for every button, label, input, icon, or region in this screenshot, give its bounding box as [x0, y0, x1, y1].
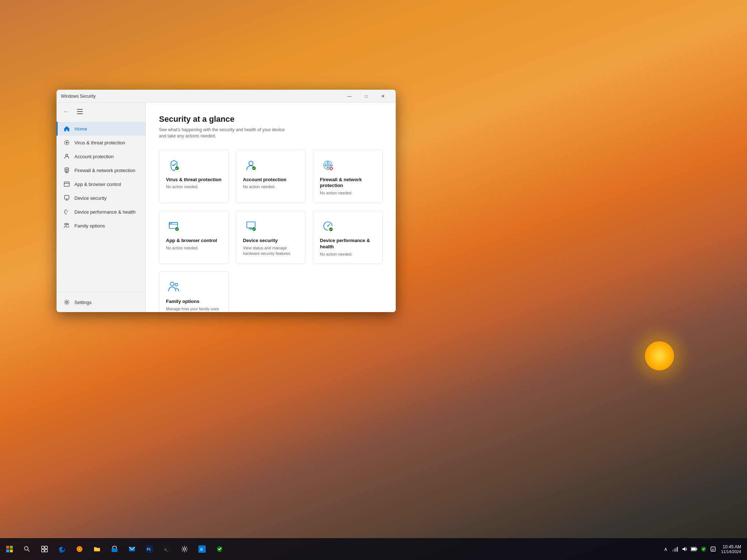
volume-tray-icon[interactable]	[681, 545, 688, 553]
network-tray-icon[interactable]	[671, 545, 679, 553]
security-taskbar-icon[interactable]	[212, 541, 228, 557]
card-browser[interactable]: App & browser control No action needed.	[159, 210, 229, 264]
card-icon-wrap-family	[166, 279, 182, 295]
svg-point-8	[67, 223, 69, 225]
svg-rect-52	[112, 548, 117, 552]
task-view-button[interactable]	[36, 541, 53, 557]
settings-label: Settings	[74, 300, 92, 305]
sidebar-item-family[interactable]: Family options	[57, 219, 146, 233]
sun-decoration	[645, 341, 674, 370]
card-icon-wrap-browser	[166, 218, 182, 234]
maximize-button[interactable]: □	[358, 90, 375, 103]
sidebar-nav: Home Virus & threat protection	[57, 120, 146, 292]
page-title: Security at a glance	[159, 114, 383, 124]
svg-point-34	[327, 225, 328, 226]
card-family[interactable]: Family options Manage how your family us…	[159, 271, 229, 312]
sidebar-item-device-security[interactable]: Device security	[57, 191, 146, 205]
card-title-firewall: Firewall & network protection	[320, 177, 376, 189]
svg-text:PS: PS	[147, 548, 151, 551]
card-title-account: Account protection	[243, 177, 299, 183]
card-icon-wrap-account	[243, 157, 259, 173]
clock[interactable]: 10:45 AM 11/14/2024	[718, 544, 744, 554]
device-security-icon	[63, 195, 70, 201]
svg-point-7	[65, 223, 67, 225]
svg-rect-39	[6, 546, 9, 549]
performance-card-icon	[321, 219, 334, 233]
account-label: Account protection	[74, 154, 114, 159]
desktop: Windows Security — □ ✕ ←	[0, 0, 747, 560]
mail-taskbar-icon[interactable]	[124, 541, 140, 557]
tray-chevron[interactable]: ∧	[662, 545, 669, 553]
sidebar-item-settings[interactable]: Settings	[57, 295, 146, 309]
card-desc-device-security: View status and manage hardware security…	[243, 245, 299, 257]
card-firewall[interactable]: Firewall & network protection No action …	[313, 149, 383, 203]
sidebar-item-home[interactable]: Home	[57, 122, 146, 136]
svg-rect-47	[42, 549, 44, 552]
svg-point-43	[24, 547, 28, 550]
card-title-virus: Virus & threat protection	[166, 177, 222, 183]
card-desc-virus: No action needed.	[166, 184, 222, 190]
windows-security-window: Windows Security — □ ✕ ←	[57, 90, 396, 312]
svg-rect-62	[674, 549, 675, 552]
card-performance[interactable]: Device performance & health No action ne…	[313, 210, 383, 264]
start-button[interactable]	[1, 541, 18, 557]
card-title-family: Family options	[166, 299, 222, 305]
card-account[interactable]: Account protection No action needed.	[236, 149, 306, 203]
svg-rect-66	[696, 548, 697, 550]
device-security-card-icon	[244, 219, 258, 233]
action-center-tray-icon[interactable]	[709, 545, 717, 553]
svg-rect-2	[64, 182, 69, 186]
svg-point-0	[66, 142, 68, 144]
svg-point-38	[175, 283, 178, 286]
system-tray: ∧	[662, 545, 717, 553]
svg-rect-29	[247, 222, 255, 228]
window-body: ← Home	[57, 103, 396, 312]
back-button[interactable]: ←	[61, 106, 71, 117]
edge-taskbar-icon[interactable]	[54, 541, 70, 557]
family-card-icon	[167, 280, 181, 293]
powershell-taskbar-icon[interactable]: PS	[142, 541, 158, 557]
svg-point-37	[170, 282, 174, 286]
firewall-card-icon	[321, 159, 334, 172]
titlebar: Windows Security — □ ✕	[57, 90, 396, 103]
card-title-performance: Device performance & health	[320, 238, 376, 250]
svg-rect-64	[677, 547, 678, 552]
store-taskbar-icon[interactable]	[107, 541, 123, 557]
card-icon-wrap-firewall	[320, 157, 336, 173]
close-button[interactable]: ✕	[375, 90, 391, 103]
taskbar: PS >_ ⊞	[0, 538, 747, 560]
account-card-icon	[244, 159, 258, 172]
svg-rect-63	[676, 548, 676, 552]
svg-rect-4	[65, 195, 69, 199]
sidebar-item-performance[interactable]: Device performance & health	[57, 205, 146, 219]
search-taskbar-button[interactable]	[19, 541, 35, 557]
firewall-icon	[63, 167, 70, 174]
cmd-taskbar-icon[interactable]: >_	[159, 541, 175, 557]
sidebar-item-account[interactable]: Account protection	[57, 149, 146, 163]
shield-tray-icon[interactable]	[700, 545, 707, 553]
svg-rect-40	[10, 546, 13, 549]
card-desc-account: No action needed.	[243, 184, 299, 190]
sidebar-item-browser[interactable]: App & browser control	[57, 177, 146, 191]
window-title: Windows Security	[61, 94, 341, 99]
minimize-button[interactable]: —	[341, 90, 358, 103]
explorer-taskbar-icon[interactable]	[89, 541, 105, 557]
firewall-label: Firewall & network protection	[74, 168, 135, 173]
settings-taskbar-icon[interactable]	[177, 541, 193, 557]
firefox-taskbar-icon[interactable]	[71, 541, 88, 557]
family-label: Family options	[74, 223, 105, 229]
svg-rect-46	[45, 546, 47, 549]
card-device-security[interactable]: Device security View status and manage h…	[236, 210, 306, 264]
card-virus[interactable]: Virus & threat protection No action need…	[159, 149, 229, 203]
performance-icon	[63, 209, 70, 215]
card-icon-wrap-device-security	[243, 218, 259, 234]
battery-tray-icon[interactable]	[690, 545, 698, 553]
sidebar-bottom: Settings	[57, 292, 146, 312]
store2-taskbar-icon[interactable]: ⊞	[194, 541, 210, 557]
sidebar-item-virus[interactable]: Virus & threat protection	[57, 136, 146, 149]
menu-button[interactable]	[75, 106, 85, 117]
sidebar-item-firewall[interactable]: Firewall & network protection	[57, 163, 146, 177]
virus-icon	[63, 139, 70, 146]
taskbar-right: ∧	[662, 544, 747, 554]
account-icon	[63, 153, 70, 160]
